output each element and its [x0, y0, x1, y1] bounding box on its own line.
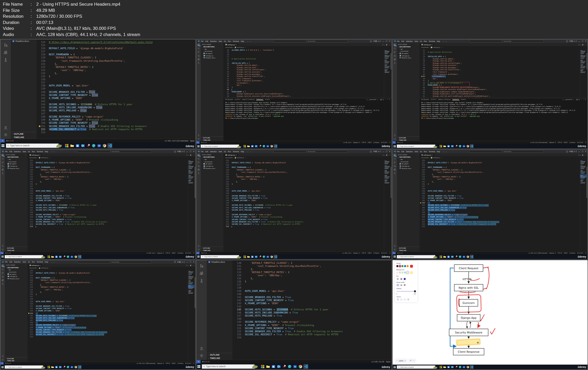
taskbar-icon-media[interactable]	[259, 255, 261, 258]
taskbar-icon-word[interactable]: W	[463, 145, 465, 148]
close-button[interactable]: ✕	[389, 40, 391, 42]
remote-indicator[interactable]: ϟ	[393, 252, 396, 254]
run-and-debug-icon[interactable]	[4, 43, 8, 47]
copilot-icon[interactable]	[370, 151, 372, 152]
settings-gear-icon[interactable]	[197, 248, 200, 251]
taskbar-icon-office[interactable]	[439, 255, 442, 258]
terminal-tab-ports[interactable]: PORTS	[461, 99, 466, 100]
source-control-icon[interactable]	[394, 51, 396, 53]
more-actions-icon[interactable]: ⋯	[221, 43, 223, 45]
panel-timeline[interactable]: ›TIMELINE	[201, 249, 223, 251]
copilot-icon[interactable]	[174, 151, 176, 152]
vertical-scrollbar[interactable]	[391, 159, 392, 251]
vertical-scrollbar[interactable]	[586, 159, 587, 251]
explorer-item-securetodo[interactable]: ›securetodo	[5, 271, 28, 273]
menu-run[interactable]: Run	[31, 151, 35, 152]
taskbar-icon-media[interactable]	[63, 255, 66, 258]
menu-edit[interactable]: Edit	[9, 261, 13, 263]
taskbar-icon-store[interactable]	[447, 255, 450, 258]
panel-outline[interactable]: ›OUTLINE	[397, 137, 420, 139]
python-version[interactable]: ⚙ 3.13.3	[185, 252, 191, 254]
cursor-position[interactable]: Ln 154, Col 1	[147, 252, 155, 254]
vertical-scrollbar[interactable]	[586, 49, 587, 98]
editor-actions[interactable]: ▷⌄◧⋯	[383, 44, 392, 46]
taskbar-icon-vscode[interactable]	[78, 255, 81, 258]
status-item[interactable]: CRLF	[368, 142, 372, 143]
close-button[interactable]: ✕	[585, 150, 586, 152]
taskbar-icon-vscode[interactable]	[108, 144, 112, 148]
taskbar-icon-edge[interactable]	[288, 365, 292, 368]
layout-toggle-icons[interactable]: ⊞ ◧ ▭ ▯	[569, 150, 577, 152]
explorer-item-securetodo[interactable]: ›securetodo	[397, 160, 420, 163]
explorer-item-db-sqlite3[interactable]: ≡db.sqlite3	[5, 273, 28, 275]
redo-button[interactable]: ↷	[413, 360, 414, 362]
taskbar-icon-word[interactable]: W	[97, 144, 101, 148]
taskbar-icon-vscode[interactable]	[470, 255, 473, 258]
undo-button[interactable]: ↶	[410, 360, 412, 362]
taskbar-icon-media[interactable]	[86, 144, 90, 148]
panel-timeline[interactable]: ›TIMELINE	[11, 136, 37, 139]
layout-toggle-icons[interactable]: ⊞ ◧ ▭ ▯	[177, 150, 185, 152]
account-icon[interactable]	[2, 355, 4, 357]
menu-terminal[interactable]: Terminal	[232, 151, 239, 152]
status-item[interactable]: UTF-8	[362, 142, 366, 143]
taskbar-icon-outlook[interactable]	[255, 145, 258, 148]
taskbar-icon-outlook[interactable]	[81, 144, 85, 148]
minimap[interactable]	[580, 49, 586, 98]
layout-toggle-icons[interactable]: ⊞ ◧ ▭ ▯	[373, 150, 381, 152]
breadcrumb[interactable]: securetodo›settings.py›...	[420, 46, 587, 49]
code-editor[interactable]: 2829303132333435363738394041424344454647…	[223, 49, 391, 98]
status-item[interactable]: CRLF	[172, 363, 176, 364]
settings-gear-icon[interactable]	[394, 248, 396, 251]
editor-content[interactable]: # https://docs.djangoproject.com/en/5.2/…	[47, 41, 195, 139]
code-editor[interactable]: 1301311321331341351361371381391401411421…	[232, 260, 391, 360]
editor-gutter[interactable]: 1261271281291301311321331341351361371381…	[420, 159, 426, 251]
taskbar-icon-office[interactable]	[439, 145, 442, 148]
terminal-panel[interactable]: PROBLEMSOUTPUTDEBUG CONSOLETERMINALPORTS…	[420, 98, 587, 141]
menu-go[interactable]: Go	[223, 151, 227, 152]
taskbar-search-input[interactable]: Type here to search	[6, 143, 59, 148]
project-root[interactable]: ⌄SECURETODO	[397, 156, 420, 158]
menu-view[interactable]: View	[414, 151, 419, 152]
bell-icon[interactable]	[193, 252, 194, 254]
status-item[interactable]: CRLF	[564, 142, 567, 143]
status-item[interactable]: CRLF	[564, 252, 567, 254]
explorer-item-db-sqlite3[interactable]: ≡db.sqlite3	[397, 163, 420, 165]
python-version[interactable]: ⚙ 3.13.3	[577, 252, 583, 254]
menu-edit[interactable]: Edit	[205, 151, 209, 152]
terminal-tab-terminal[interactable]: TERMINAL	[256, 99, 263, 101]
python-version[interactable]: ⚙ 3.13.3	[381, 252, 387, 254]
taskbar-icon-outlook[interactable]	[277, 365, 281, 368]
editor-gutter[interactable]: 1301311321331341351361371381391401411421…	[232, 261, 243, 360]
settings-gear-icon[interactable]	[2, 248, 4, 251]
command-center-search[interactable]: securetodo	[77, 150, 152, 153]
taskbar-icon-chrome[interactable]	[270, 145, 273, 148]
extensions-icon[interactable]	[200, 271, 204, 275]
taskbar-icon-folder[interactable]	[247, 145, 250, 148]
testing-flask-icon[interactable]	[4, 58, 8, 62]
cursor-position[interactable]: Ln 43, Col 4 (15 selected)	[530, 142, 547, 143]
taskbar-icon-vscode[interactable]	[274, 145, 277, 148]
menu-run[interactable]: Run	[31, 261, 35, 263]
run-and-debug-icon[interactable]	[2, 165, 4, 167]
cursor-position[interactable]: Ln 46, Col 1	[343, 142, 351, 143]
menu-edit[interactable]: Edit	[9, 151, 13, 152]
tab-settings-py[interactable]: settings.py●	[223, 153, 238, 156]
editor-gutter[interactable]: 1261271281291301311321331341351361371381…	[223, 159, 230, 251]
extensions-icon[interactable]	[197, 168, 200, 171]
nav-forward-icon[interactable]: →	[53, 261, 55, 263]
explorer-icon[interactable]: 1	[394, 154, 396, 156]
layers-send-backward-button[interactable]: ↓	[400, 298, 403, 301]
taskbar-icon-outlook[interactable]	[59, 255, 62, 258]
start-button[interactable]	[394, 145, 396, 147]
menu-edit[interactable]: Edit	[401, 151, 405, 152]
taskbar-icon-vscode[interactable]	[470, 145, 473, 148]
run-and-debug-icon[interactable]	[2, 275, 4, 278]
menu-run[interactable]: Run	[423, 151, 428, 152]
taskbar-icon-media[interactable]	[455, 145, 458, 148]
settings-gear-icon[interactable]	[197, 138, 200, 140]
vertical-scrollbar[interactable]	[194, 159, 195, 251]
taskbar-icon-chrome[interactable]	[466, 145, 469, 148]
taskbar-icon-edge[interactable]	[263, 145, 265, 148]
taskbar-icon-edge[interactable]	[67, 255, 69, 258]
